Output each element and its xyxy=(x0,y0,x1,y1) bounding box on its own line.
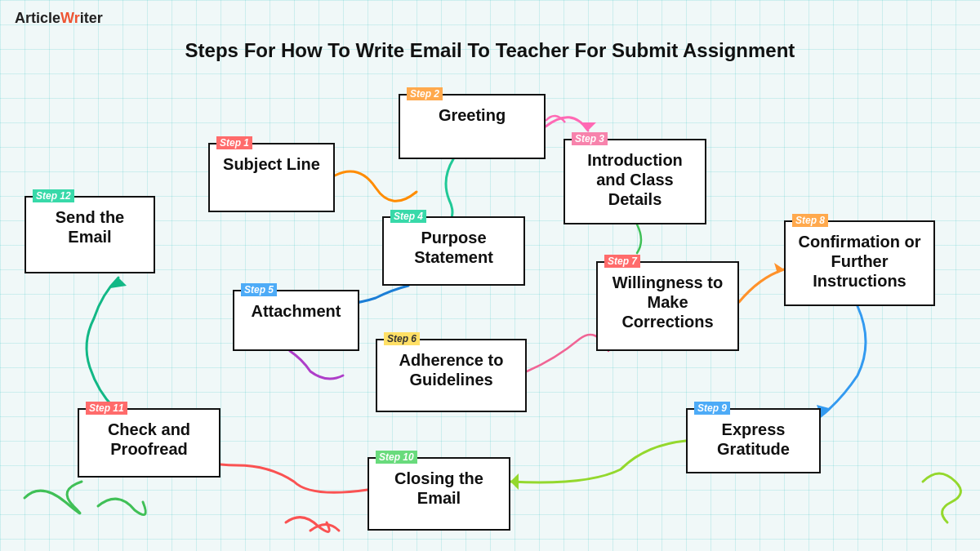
step-title-closing: Closing the Email xyxy=(379,469,499,508)
logo-highlight: Wr xyxy=(60,10,80,26)
step-label-attachment: Step 5 xyxy=(241,283,277,296)
step-box-check-proofread: Step 11Check and Proofread xyxy=(78,408,220,478)
step-label-check-proofread: Step 11 xyxy=(86,402,127,415)
page-content: ArticleWriter Steps For How To Write Ema… xyxy=(0,0,980,551)
step-label-send-email: Step 12 xyxy=(33,189,74,202)
step-box-send-email: Step 12Send the Email xyxy=(24,196,155,273)
step-title-check-proofread: Check and Proofread xyxy=(89,420,209,459)
step-box-purpose-statement: Step 4Purpose Statement xyxy=(382,216,525,286)
step-label-confirmation: Step 8 xyxy=(792,214,828,227)
step-box-subject-line: Step 1Subject Line xyxy=(208,143,335,212)
step-label-purpose-statement: Step 4 xyxy=(390,210,426,223)
step-title-express-gratitude: Express Gratitude xyxy=(697,420,809,459)
step-title-send-email: Send the Email xyxy=(36,207,144,247)
step-label-closing: Step 10 xyxy=(376,451,417,464)
step-label-introduction: Step 3 xyxy=(572,132,608,145)
step-box-confirmation: Step 8Confirmation or Further Instructio… xyxy=(784,220,935,306)
step-label-adherence: Step 6 xyxy=(384,332,420,345)
step-title-purpose-statement: Purpose Statement xyxy=(394,228,514,267)
logo: ArticleWriter xyxy=(15,10,103,27)
step-box-willingness: Step 7Willingness to Make Corrections xyxy=(596,261,739,351)
step-box-express-gratitude: Step 9Express Gratitude xyxy=(686,408,821,473)
page-title: Steps For How To Write Email To Teacher … xyxy=(0,39,980,62)
step-box-attachment: Step 5Attachment xyxy=(233,290,359,351)
step-title-willingness: Willingness to Make Corrections xyxy=(608,273,728,331)
step-title-greeting: Greeting xyxy=(410,105,534,125)
step-label-express-gratitude: Step 9 xyxy=(694,402,730,415)
step-box-closing: Step 10Closing the Email xyxy=(368,457,510,531)
step-label-greeting: Step 2 xyxy=(407,87,443,100)
step-title-introduction: Introduction and Class Details xyxy=(575,150,695,209)
step-title-subject-line: Subject Line xyxy=(220,154,323,174)
step-box-greeting: Step 2Greeting xyxy=(399,94,546,159)
step-label-willingness: Step 7 xyxy=(604,255,640,268)
step-title-attachment: Attachment xyxy=(244,301,348,321)
step-title-adherence: Adherence to Guidelines xyxy=(387,350,515,389)
step-title-confirmation: Confirmation or Further Instructions xyxy=(795,232,924,291)
step-box-adherence: Step 6Adherence to Guidelines xyxy=(376,339,527,412)
step-label-subject-line: Step 1 xyxy=(216,136,252,149)
step-box-introduction: Step 3Introduction and Class Details xyxy=(564,139,706,224)
